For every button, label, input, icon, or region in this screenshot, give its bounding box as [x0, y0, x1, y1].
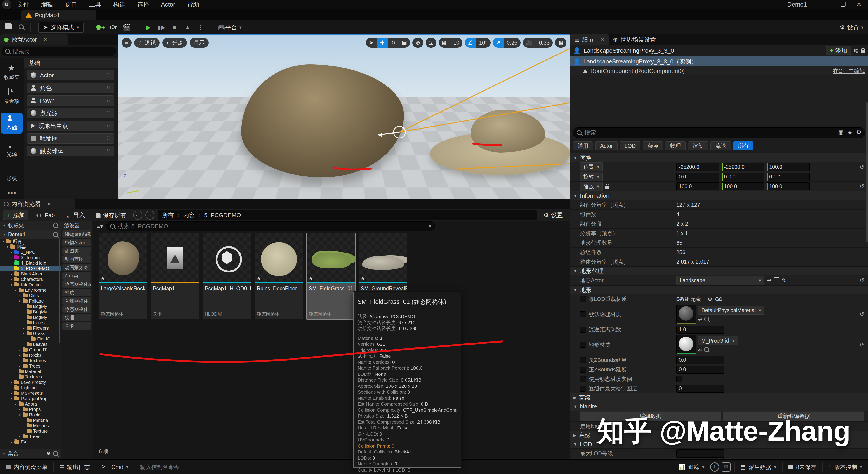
- favorite-star-icon[interactable]: ★: [308, 275, 313, 282]
- asset-tile-SM_FieldGrass_01[interactable]: ★SM_FieldGrass_01静态网格体: [307, 233, 355, 319]
- lock-icon[interactable]: [861, 50, 865, 53]
- filter-funnel-icon[interactable]: ≡▾: [97, 223, 103, 230]
- breadcrumb-item-所有[interactable]: 所有: [162, 211, 174, 219]
- tab-details[interactable]: ≣ 细节 ×: [570, 34, 609, 45]
- launch-button[interactable]: ▲: [183, 22, 193, 32]
- tree-expand-icon[interactable]: ▾: [6, 245, 9, 249]
- tree-expand-icon[interactable]: ▸: [18, 435, 21, 438]
- menu-item-6[interactable]: Actor: [155, 1, 181, 8]
- fab-button[interactable]: ◖◗Fab: [32, 210, 58, 220]
- save-icon[interactable]: [3, 22, 13, 32]
- unreal-logo-icon[interactable]: U: [2, 0, 11, 9]
- move-tool-icon[interactable]: ✚: [377, 38, 388, 48]
- place-actor-search-input[interactable]: 搜索类: [2, 46, 116, 56]
- content-settings-dropdown[interactable]: ⚙设置: [540, 210, 566, 220]
- sidebar-category-收藏夹[interactable]: ★收藏夹: [1, 64, 23, 81]
- place-actor-item-点光源[interactable]: 点光源⠿: [27, 108, 114, 118]
- type-filter-C++类[interactable]: C++类: [62, 272, 91, 280]
- use-selected-icon[interactable]: ↩: [698, 317, 703, 323]
- tree-folder-Environme[interactable]: ▾Environme: [0, 287, 61, 293]
- maximize-viewport-icon[interactable]: ▦: [555, 38, 566, 48]
- tree-folder-所有[interactable]: ▾所有: [0, 239, 61, 244]
- tree-folder-Texture[interactable]: Texture: [0, 429, 61, 434]
- skip-button[interactable]: ▮▶: [156, 22, 166, 32]
- tree-expand-icon[interactable]: ▸: [18, 365, 21, 368]
- tree-expand-icon[interactable]: ▸: [18, 354, 21, 357]
- type-filter-植物Actor[interactable]: 植物Actor: [62, 239, 91, 246]
- search-icon[interactable]: [53, 232, 58, 237]
- place-actor-item-Actor[interactable]: Actor⠿: [27, 70, 114, 81]
- add-collection-icon[interactable]: ⊕: [46, 450, 51, 456]
- revert-icon[interactable]: ↺: [860, 183, 864, 190]
- settings-gear-icon[interactable]: ⚙: [856, 129, 862, 136]
- revert-icon[interactable]: ↺: [860, 341, 864, 348]
- select-tool-icon[interactable]: ➤: [366, 38, 377, 48]
- type-filter-静态网格体[interactable]: 静态网格体: [62, 306, 91, 313]
- close-button[interactable]: ✕: [852, 0, 866, 9]
- drag-handle-icon[interactable]: ⠿: [107, 123, 111, 129]
- scale-tool-icon[interactable]: ▣: [399, 38, 410, 48]
- type-filter-蓝图类[interactable]: 蓝图类: [62, 247, 91, 255]
- search-icon[interactable]: [53, 451, 58, 456]
- rotation-snap-value[interactable]: 10°: [476, 38, 491, 48]
- grid-snap-icon[interactable]: ▦: [439, 38, 450, 48]
- forward-icon[interactable]: →: [145, 211, 154, 220]
- section-header-地形[interactable]: ▼地形: [570, 285, 868, 294]
- asset-tile-PcgMap1[interactable]: PcgMap1关卡: [151, 233, 199, 319]
- save-all-button[interactable]: 保存所有: [92, 210, 130, 220]
- details-scrollbar[interactable]: [866, 102, 868, 242]
- select-mode-dropdown[interactable]: ➤ 选择模式 ▾: [38, 22, 84, 33]
- tree-folder-1_NPC[interactable]: ▸1_NPC: [0, 249, 61, 255]
- tree-folder-Textures[interactable]: Textures: [0, 374, 61, 380]
- display-filter-icon[interactable]: ▦: [838, 129, 844, 136]
- tree-expand-icon[interactable]: ▸: [22, 326, 25, 330]
- axis-dropdown[interactable]: 缩放▾: [580, 182, 602, 191]
- tree-expand-icon[interactable]: ▸: [10, 381, 13, 384]
- delete-icon[interactable]: ⌫: [715, 296, 722, 302]
- override-checkbox[interactable]: [580, 311, 586, 317]
- close-icon[interactable]: ×: [601, 36, 604, 43]
- asset-dropdown[interactable]: M_ProcGrid▾: [698, 336, 738, 345]
- menu-item-4[interactable]: 构建: [107, 1, 131, 8]
- scale-snap-icon[interactable]: ↗: [493, 38, 504, 48]
- project-root-row[interactable]: ▾Demo1: [0, 230, 61, 239]
- tree-expand-icon[interactable]: ▸: [18, 408, 21, 411]
- console-input[interactable]: 输入控制台命令: [134, 463, 273, 471]
- tree-scrollbar[interactable]: [59, 240, 60, 343]
- value-checkbox[interactable]: [676, 376, 682, 382]
- tree-folder-FX[interactable]: ▸FX: [0, 439, 61, 445]
- property-input[interactable]: [676, 449, 724, 457]
- tree-expand-icon[interactable]: ▾: [22, 332, 25, 335]
- show-dropdown[interactable]: 显示: [190, 38, 209, 48]
- add-actor-icon[interactable]: ⬣+: [95, 22, 105, 32]
- browse-to-icon[interactable]: [704, 347, 709, 352]
- sidebar-category-基础[interactable]: 基础: [1, 113, 23, 133]
- favorite-star-icon[interactable]: ★: [360, 275, 365, 282]
- surface-snap-icon[interactable]: ⇲: [426, 38, 436, 48]
- override-checkbox[interactable]: [580, 386, 586, 391]
- back-icon[interactable]: ←: [133, 211, 142, 220]
- menu-item-3[interactable]: 工具: [83, 1, 107, 8]
- type-filter-Niagara系统[interactable]: Niagara系统: [62, 230, 91, 238]
- tree-folder-LevelPrototy[interactable]: ▸LevelPrototy: [0, 380, 61, 385]
- type-filter-骨骼网格体[interactable]: 骨骼网格体: [62, 297, 91, 305]
- level-viewport[interactable]: z ≡ ◇透视 ◐光照 显示 ➤ ✚ ↻ ▣ ⊕ ⇲ ▦ 10 ∠ 10° ↗ …: [118, 34, 569, 199]
- close-icon[interactable]: ×: [43, 36, 47, 43]
- tree-folder-3_Terrain[interactable]: ▸3_Terrain: [0, 255, 61, 260]
- axis-input[interactable]: -25200.0: [721, 163, 765, 171]
- tree-folder-Rocks[interactable]: ▸Rocks: [0, 352, 61, 358]
- axis-input[interactable]: 0.0 °: [721, 172, 765, 181]
- breadcrumb[interactable]: 所有›内容›5_PCGDEMO: [158, 210, 537, 220]
- play-options-icon[interactable]: ⋮: [196, 22, 206, 32]
- tree-folder-GroundT[interactable]: ▸GroundT: [0, 347, 61, 352]
- perspective-dropdown[interactable]: ◇透视: [134, 38, 160, 48]
- section-header-Information[interactable]: ▼Information: [570, 191, 868, 200]
- section-header-Nanite[interactable]: ▼Nanite: [570, 402, 868, 411]
- type-filter-材质[interactable]: 材质: [62, 289, 91, 296]
- component-row-instance[interactable]: 👤 LandscapeStreamingProxy_3_3_0（实例）: [570, 57, 868, 66]
- tree-folder-Trees[interactable]: ▸Trees: [0, 363, 61, 369]
- scale-snap-value[interactable]: 0.25: [504, 38, 521, 48]
- tree-folder-BlackAlder[interactable]: ▸BlackAlder: [0, 271, 61, 277]
- level-tab[interactable]: PcgMap1: [22, 10, 96, 20]
- axis-input[interactable]: 100.0: [767, 182, 810, 190]
